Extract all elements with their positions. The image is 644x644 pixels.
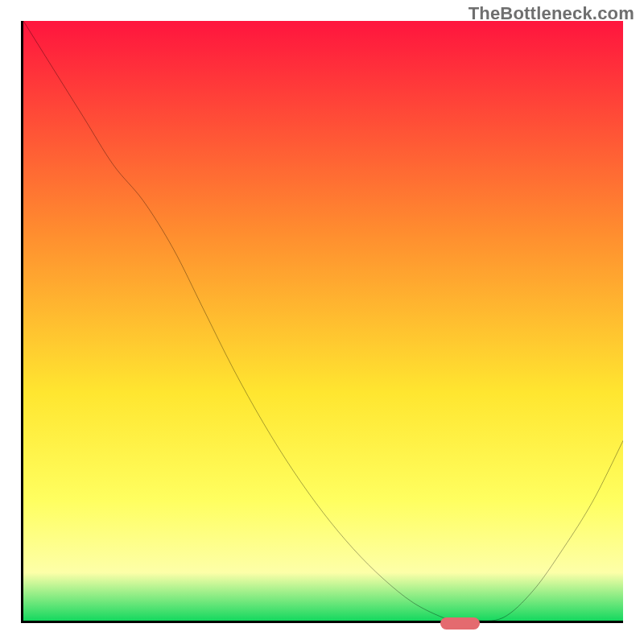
chart-container: TheBottleneck.com xyxy=(0,0,644,644)
chart-svg xyxy=(23,21,623,621)
background-gradient xyxy=(23,21,623,621)
optimal-marker xyxy=(440,617,480,630)
plot-area xyxy=(21,21,623,623)
watermark-text: TheBottleneck.com xyxy=(469,3,634,24)
